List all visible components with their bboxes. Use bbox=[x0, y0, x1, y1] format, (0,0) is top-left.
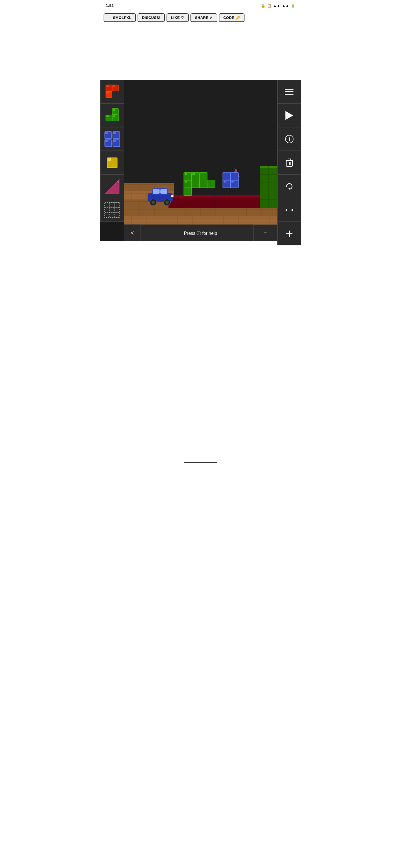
bottom-bar bbox=[100, 458, 301, 467]
sprite-slot-grid[interactable] bbox=[100, 198, 124, 222]
svg-point-103 bbox=[151, 200, 155, 204]
svg-text:Press ⓘ for help: Press ⓘ for help bbox=[184, 231, 217, 236]
sprite-slot-s-red[interactable] bbox=[100, 80, 124, 103]
svg-marker-144 bbox=[292, 209, 293, 211]
trash-button[interactable] bbox=[277, 151, 301, 175]
sprite-slot-block-blue[interactable] bbox=[100, 127, 124, 151]
svg-rect-122 bbox=[231, 173, 238, 180]
svg-rect-129 bbox=[285, 89, 293, 90]
right-panel: i bbox=[277, 80, 301, 241]
smolpxl-button[interactable]: ← Smolpxl bbox=[104, 13, 136, 22]
status-time: 1:52 bbox=[106, 3, 114, 8]
play-button[interactable] bbox=[277, 103, 301, 127]
svg-rect-114 bbox=[192, 180, 199, 188]
svg-rect-5 bbox=[106, 92, 109, 93]
svg-marker-132 bbox=[285, 111, 293, 120]
status-bar: 1:52 🔒 📋 ▲▲ ▲▲ 🔋 bbox=[100, 0, 301, 11]
flip-button[interactable] bbox=[277, 198, 301, 222]
svg-rect-137 bbox=[288, 159, 291, 160]
svg-marker-143 bbox=[285, 209, 287, 211]
svg-rect-130 bbox=[285, 91, 293, 92]
svg-rect-24 bbox=[105, 203, 120, 218]
share-button[interactable]: Share ⇗ bbox=[191, 13, 217, 22]
svg-rect-4 bbox=[106, 85, 109, 87]
zoom-in-button[interactable] bbox=[277, 222, 301, 245]
ad-space bbox=[100, 24, 301, 80]
status-icons: 🔒 📋 ▲▲ ▲▲ 🔋 bbox=[261, 4, 295, 8]
svg-rect-118 bbox=[193, 173, 195, 175]
svg-rect-112 bbox=[199, 180, 207, 188]
svg-rect-18 bbox=[105, 140, 108, 142]
menu-button[interactable] bbox=[277, 80, 301, 103]
svg-rect-121 bbox=[223, 173, 231, 180]
like-button[interactable]: Like ♡ bbox=[167, 13, 189, 22]
svg-rect-106 bbox=[171, 195, 173, 197]
svg-text:i: i bbox=[288, 137, 290, 142]
svg-rect-115 bbox=[184, 188, 192, 195]
svg-point-105 bbox=[165, 200, 169, 204]
discuss-button[interactable]: Discuss! bbox=[138, 13, 165, 22]
svg-rect-17 bbox=[113, 132, 116, 134]
svg-rect-101 bbox=[161, 189, 167, 194]
wifi-icon: ▲▲ bbox=[273, 4, 280, 8]
rotate-button[interactable] bbox=[277, 175, 301, 198]
svg-rect-3 bbox=[113, 85, 115, 87]
game-scene: Press ⓘ for help < bbox=[124, 80, 277, 241]
svg-rect-131 bbox=[285, 94, 293, 95]
zoom-out-button[interactable]: − bbox=[253, 224, 277, 241]
svg-rect-19 bbox=[113, 140, 116, 142]
left-panel bbox=[100, 80, 124, 241]
game-container: Gap bbox=[100, 80, 301, 241]
svg-text:<: < bbox=[131, 230, 134, 236]
info-button[interactable]: i bbox=[277, 127, 301, 151]
game-area: Gap bbox=[124, 80, 277, 241]
signal-icon: ▲▲ bbox=[282, 4, 289, 8]
svg-rect-21 bbox=[108, 158, 111, 161]
code-button[interactable]: Code 🔑 bbox=[219, 13, 245, 22]
svg-rect-123 bbox=[224, 181, 226, 183]
svg-rect-117 bbox=[184, 173, 187, 175]
svg-rect-113 bbox=[207, 180, 215, 188]
nav-bar: ← Smolpxl Discuss! Like ♡ Share ⇗ Code 🔑 bbox=[100, 11, 301, 24]
sprite-slot-triangle-pink[interactable] bbox=[100, 175, 124, 198]
svg-rect-116 bbox=[184, 181, 187, 183]
sprite-slot-s-green[interactable] bbox=[100, 103, 124, 127]
lock-icon: 🔒 bbox=[261, 4, 265, 8]
sprite-slot-block-yellow[interactable] bbox=[100, 151, 124, 175]
svg-rect-111 bbox=[199, 173, 207, 180]
svg-rect-10 bbox=[113, 116, 115, 117]
battery-icon: 🔋 bbox=[291, 4, 295, 8]
svg-rect-11 bbox=[106, 116, 109, 117]
svg-rect-124 bbox=[231, 181, 234, 183]
svg-rect-100 bbox=[153, 189, 160, 194]
below-space bbox=[100, 241, 301, 458]
svg-rect-16 bbox=[105, 132, 108, 134]
clipboard-icon: 📋 bbox=[267, 4, 271, 8]
home-indicator bbox=[184, 462, 217, 463]
svg-rect-9 bbox=[113, 109, 115, 111]
